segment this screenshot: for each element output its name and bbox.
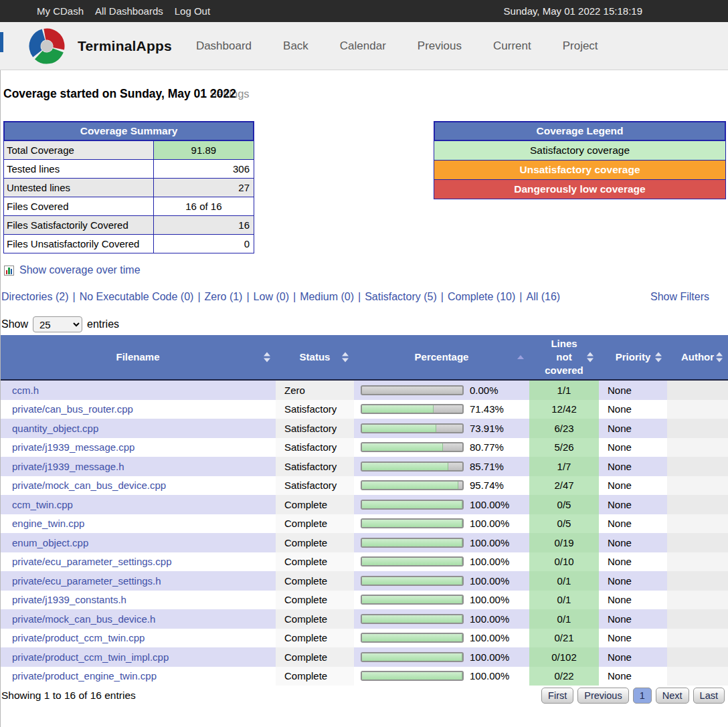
filter-link-7[interactable]: All (16) xyxy=(526,291,560,302)
filename-link[interactable]: private/j1939_message.cpp xyxy=(12,441,134,453)
priority-cell: None xyxy=(599,381,667,400)
column-header-priority[interactable]: Priority xyxy=(599,335,667,379)
percentage-cell: 100.00% xyxy=(354,647,529,667)
filter-link-2[interactable]: Zero (1) xyxy=(205,291,243,302)
filename-link[interactable]: private/ecu_parameter_settings.h xyxy=(12,575,161,587)
percentage-cell: 100.00% xyxy=(354,609,529,629)
filename-link[interactable]: enum_object.cpp xyxy=(12,537,88,548)
percentage-value: 100.00% xyxy=(470,518,509,529)
filename-link[interactable]: private/ecu_parameter_settings.cpp xyxy=(12,556,171,567)
table-row: private/j1939_message.hSatisfactory85.71… xyxy=(0,457,728,476)
sort-icon[interactable] xyxy=(264,352,270,362)
column-header-filename[interactable]: Filename xyxy=(0,335,276,379)
page-length-select[interactable]: 25 xyxy=(33,316,82,332)
show-coverage-over-time-link[interactable]: Show coverage over time xyxy=(19,264,141,276)
filter-link-0[interactable]: Directories (2) xyxy=(1,291,68,302)
sort-icon[interactable] xyxy=(655,352,662,362)
page-button-previous[interactable]: Previous xyxy=(577,688,628,704)
filename-link[interactable]: private/mock_can_bus_device.h xyxy=(12,613,155,625)
status-cell: Satisfactory xyxy=(276,400,354,419)
topbar-link-my-cdash[interactable]: My CDash xyxy=(37,5,84,17)
topbar-link-all-dashboards[interactable]: All Dashboards xyxy=(95,5,163,17)
filename-link[interactable]: engine_twin.cpp xyxy=(12,518,84,529)
topbar-link-log-out[interactable]: Log Out xyxy=(175,5,210,17)
column-header-status[interactable]: Status xyxy=(276,335,354,379)
table-footer: Showing 1 to 16 of 16 entries FirstPrevi… xyxy=(0,688,728,704)
priority-cell: None xyxy=(599,571,667,591)
table-row: ccm_twin.cppComplete100.00%0/5None xyxy=(0,495,728,514)
coverage-filter-links: Directories (2)|No Executable Code (0)|Z… xyxy=(1,291,560,303)
coverage-progress-fill xyxy=(362,577,462,585)
page-button-first[interactable]: First xyxy=(541,688,573,704)
nav-link-previous[interactable]: Previous xyxy=(418,39,462,53)
summary-row-label: Untested lines xyxy=(4,179,154,197)
sort-icon[interactable] xyxy=(716,352,723,362)
filename-link[interactable]: private/can_bus_router.cpp xyxy=(12,403,133,415)
table-row: engine_twin.cppComplete100.00%0/5None xyxy=(0,514,728,534)
coverage-progress-fill xyxy=(362,425,436,432)
priority-cell: None xyxy=(599,495,667,514)
coverage-progress-bar xyxy=(361,461,464,472)
coverage-progress-bar xyxy=(361,480,464,490)
column-header-author[interactable]: Author xyxy=(667,335,728,379)
percentage-cell: 71.43% xyxy=(354,400,529,419)
filter-link-3[interactable]: Low (0) xyxy=(254,291,289,302)
sort-asc-icon xyxy=(342,352,349,356)
filename-link[interactable]: private/product_engine_twin.cpp xyxy=(12,670,157,682)
nav-link-calendar[interactable]: Calendar xyxy=(340,39,386,53)
page-button-next[interactable]: Next xyxy=(656,688,689,704)
percentage-value: 100.00% xyxy=(470,651,509,663)
percentage-value: 100.00% xyxy=(470,575,509,587)
priority-cell: None xyxy=(599,476,667,496)
filename-link[interactable]: ccm.h xyxy=(12,385,39,396)
nav-link-back[interactable]: Back xyxy=(283,39,308,53)
column-header-label: Percentage xyxy=(415,350,469,364)
filename-link[interactable]: private/j1939_message.h xyxy=(12,461,124,472)
filename-link[interactable]: private/mock_can_bus_device.cpp xyxy=(12,480,166,491)
percentage-cell: 100.00% xyxy=(354,514,529,534)
coverage-progress-bar xyxy=(361,442,464,452)
nav-link-dashboard[interactable]: Dashboard xyxy=(196,39,252,53)
table-row: ccm.hZero0.00%1/1None xyxy=(0,381,728,400)
table-row: private/product_ccm_twin.cppComplete100.… xyxy=(0,629,728,648)
filter-separator: | xyxy=(437,291,448,302)
sort-icon[interactable] xyxy=(517,355,524,359)
filter-link-1[interactable]: No Executable Code (0) xyxy=(80,291,194,302)
author-cell xyxy=(667,400,728,419)
page-button-1[interactable]: 1 xyxy=(633,688,652,704)
sort-icon[interactable] xyxy=(587,352,594,362)
nav-link-project[interactable]: Project xyxy=(563,39,598,53)
author-cell xyxy=(667,552,728,572)
lines-not-covered-cell: 0/1 xyxy=(529,609,599,629)
priority-cell: None xyxy=(599,647,667,667)
author-cell xyxy=(667,514,728,534)
filename-link[interactable]: private/product_ccm_twin_impl.cpp xyxy=(12,651,169,663)
author-cell xyxy=(667,647,728,667)
coverage-legend-title: Coverage Legend xyxy=(434,122,725,140)
filename-link[interactable]: private/j1939_constants.h xyxy=(12,594,126,605)
coverage-progress-bar xyxy=(361,614,464,624)
show-filters-link[interactable]: Show Filters xyxy=(650,291,709,303)
page-button-last[interactable]: Last xyxy=(693,688,725,704)
column-header-percentage[interactable]: Percentage xyxy=(354,335,529,379)
status-cell: Complete xyxy=(276,591,354,610)
filter-link-4[interactable]: Medium (0) xyxy=(300,291,354,302)
filter-link-5[interactable]: Satisfactory (5) xyxy=(365,291,437,302)
filename-link[interactable]: ccm_twin.cpp xyxy=(12,499,73,510)
filename-link[interactable]: quantity_object.cpp xyxy=(12,423,98,434)
sort-icon[interactable] xyxy=(342,352,349,362)
pagination: FirstPrevious1NextLast xyxy=(541,688,728,704)
filename-cell: enum_object.cpp xyxy=(0,533,276,552)
nav-link-current[interactable]: Current xyxy=(493,39,531,53)
sort-asc-icon xyxy=(587,352,594,356)
column-header-label: Author xyxy=(681,350,714,364)
percentage-cell: 85.71% xyxy=(354,457,529,476)
filename-link[interactable]: private/product_ccm_twin.cpp xyxy=(12,632,145,643)
coverage-table: FilenameStatusPercentageLines not covere… xyxy=(0,335,728,686)
filename-cell: ccm_twin.cpp xyxy=(0,495,276,514)
column-header-lines-not-covered[interactable]: Lines not covered xyxy=(529,335,599,379)
filter-link-6[interactable]: Complete (10) xyxy=(448,291,515,302)
coverage-progress-fill xyxy=(362,443,443,451)
left-edge-artifact xyxy=(0,32,3,52)
percentage-cell: 100.00% xyxy=(354,571,529,591)
